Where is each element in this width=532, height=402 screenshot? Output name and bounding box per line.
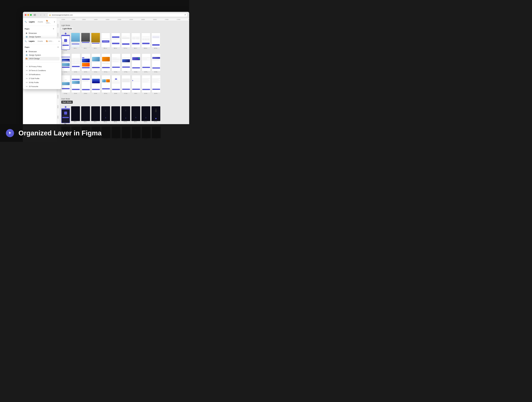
frame-label-10: 10 Pa... xyxy=(154,48,158,49)
floating-page-uiux[interactable]: ✓ 🎨 UI/UX Design xyxy=(25,57,60,60)
frame-thumb-16 xyxy=(112,53,120,71)
floating-layer-item[interactable]: 26 My Profile xyxy=(24,81,60,84)
frame-thumb-28 xyxy=(132,75,140,93)
frame-label-08: 08 O... xyxy=(134,48,138,49)
dark-thumb-10 xyxy=(152,106,160,121)
floating-pages-section: Pages + 🖥 Showcase ⚙️ Design System ✓ 🎨 … xyxy=(23,44,61,61)
ruler-num: 15500 xyxy=(129,19,133,20)
floating-layer-favourite: 25 Favourite xyxy=(29,86,38,87)
floating-page-design-system[interactable]: ⚙️ Design System xyxy=(25,53,60,57)
dark-thumb-04 xyxy=(91,106,100,121)
frame-thumb-04 xyxy=(91,33,100,48)
frame-thumb-25 xyxy=(101,75,110,93)
frame-thumb-15 xyxy=(101,53,110,71)
design-system-icon: ⚙️ xyxy=(25,36,28,38)
dark-frame-label-08: 08 O... xyxy=(134,121,138,122)
more-options-button[interactable]: ▾ xyxy=(54,21,55,23)
floating-pages-header: Pages + xyxy=(25,46,60,49)
page-item-showcase[interactable]: 🖥 Showcase xyxy=(25,32,55,35)
frame-group-20: 20 Bo... xyxy=(152,53,161,73)
dark-thumb-06 xyxy=(111,106,120,121)
frame-label-07: 07 Fo... xyxy=(124,48,128,49)
floating-add-page-btn[interactable]: + xyxy=(57,46,60,49)
frame-thumb-13 xyxy=(82,53,90,71)
dark-frame-featured: Dar... xyxy=(61,106,70,125)
address-bar[interactable]: 🔒 storemanagementadmin.com ↺ xyxy=(47,13,187,17)
floating-tab-assets[interactable]: Assets xyxy=(37,40,44,43)
ruler-num: 14000 xyxy=(94,19,98,20)
svg-rect-3 xyxy=(35,16,36,16)
pages-header: Pages + xyxy=(25,27,55,30)
frame-label-16: 16 Se... xyxy=(114,71,118,73)
bottom-banner: Organized Layer in Figma xyxy=(0,124,189,142)
frame-group-22: 22 M... xyxy=(71,75,80,95)
floating-layer-item[interactable]: 28 Notifications xyxy=(24,73,60,77)
floating-layer-item[interactable]: 29 Terms & Conditions xyxy=(24,69,60,72)
floating-tab-uiux[interactable]: 🎨 UI/U... xyxy=(45,40,54,43)
floating-page-showcase[interactable]: 🖥 Showcase xyxy=(25,50,60,53)
tab-layers[interactable]: Layers xyxy=(28,20,36,24)
frame-thumb-20 xyxy=(152,53,161,71)
floating-pages-title: Pages xyxy=(25,46,29,48)
frame-label-05: 05 Lo... xyxy=(104,48,108,49)
dark-mode-label-container: Dark Mode xyxy=(61,97,161,100)
frame-label-15: 15 Ca... xyxy=(104,71,108,73)
minimize-button[interactable] xyxy=(27,14,29,16)
floating-layer-item[interactable]: 25 Favourite xyxy=(24,84,60,88)
ruler-v-num: -13500 xyxy=(57,24,59,28)
close-button[interactable] xyxy=(25,14,26,16)
drag-handle-icon xyxy=(26,70,28,71)
frame-group-28: 28 N... xyxy=(132,75,140,95)
figma-diamond-icon xyxy=(65,32,67,35)
frame-label-21: 21 My... xyxy=(64,93,68,94)
page-name-showcase: Showcase xyxy=(29,32,37,34)
traffic-lights xyxy=(25,14,32,16)
dark-frame-09: 10 Pa... xyxy=(152,106,160,125)
drag-handle-icon xyxy=(26,82,28,83)
lock-icon: 🔒 xyxy=(49,14,51,16)
frame-group-21: 21 My... xyxy=(61,75,70,95)
tab-assets[interactable]: Assets xyxy=(37,20,44,24)
floating-more-btn[interactable]: ▾ xyxy=(58,40,60,42)
frame-group-17: 17 Re... xyxy=(122,53,131,73)
frame-thumb-01 xyxy=(61,35,70,50)
dark-frame-label-07: 07 Fo... xyxy=(124,121,128,122)
add-page-button[interactable]: + xyxy=(52,27,55,30)
floating-layer-item[interactable]: 30 Privacy Policy xyxy=(24,64,60,68)
frame-group-23: 23 Bo... xyxy=(82,75,90,95)
floating-layer-my-profile: 26 My Profile xyxy=(29,82,39,83)
forward-button[interactable]: › xyxy=(43,13,46,17)
floating-tab-layers[interactable]: Layers xyxy=(28,40,35,43)
frame-label-25: 25 Fa... xyxy=(104,93,108,94)
light-mode-section-label: Light Mode xyxy=(61,24,161,27)
sidebar-toggle-button[interactable] xyxy=(33,13,37,17)
frame-thumb-29 xyxy=(142,75,151,93)
canvas-area[interactable]: 12500 13000 13500 14000 14500 15000 1550… xyxy=(57,18,189,142)
cursor-icon xyxy=(6,129,14,137)
page-item-design-system[interactable]: ⚙️ Design System xyxy=(25,35,55,38)
refresh-button[interactable]: ↺ xyxy=(184,14,186,16)
svg-rect-2 xyxy=(35,15,36,15)
frame-thumb-17 xyxy=(122,53,131,71)
frame-thumb-07 xyxy=(121,33,130,48)
ruler-horizontal: 12500 13000 13500 14000 14500 15000 1550… xyxy=(57,18,189,21)
frame-thumb-11 xyxy=(61,53,70,71)
dark-frame-label-06: 06 Si... xyxy=(114,121,118,122)
dark-frame-label-09: 09 En... xyxy=(144,121,148,122)
frame-thumb-30 xyxy=(152,75,161,93)
frame-group-26: 26 M... xyxy=(112,75,120,95)
floating-layer-item[interactable]: 27 Edit Profile xyxy=(24,77,60,80)
frame-label-03: 03 O... xyxy=(84,48,87,49)
frame-group-27: 27 Ed... xyxy=(122,75,131,95)
figma-diamond-dark-icon xyxy=(65,106,67,108)
fullscreen-button[interactable] xyxy=(30,14,32,16)
ruler-num: 12500 xyxy=(61,19,65,20)
frame-group-16: 16 Se... xyxy=(112,53,120,73)
dark-frame-label-04: 04 O... xyxy=(94,121,97,122)
back-button[interactable]: ‹ xyxy=(39,13,42,17)
tab-uiux[interactable]: 🎨 UI/U... xyxy=(45,19,53,25)
frame-label-09: 09 En... xyxy=(144,48,148,49)
frame-thumb-27 xyxy=(122,75,131,93)
frame-thumb-05 xyxy=(101,33,110,48)
floating-panel-header: 🔍 Layers Assets 🎨 UI/U... ▾ xyxy=(23,38,61,44)
